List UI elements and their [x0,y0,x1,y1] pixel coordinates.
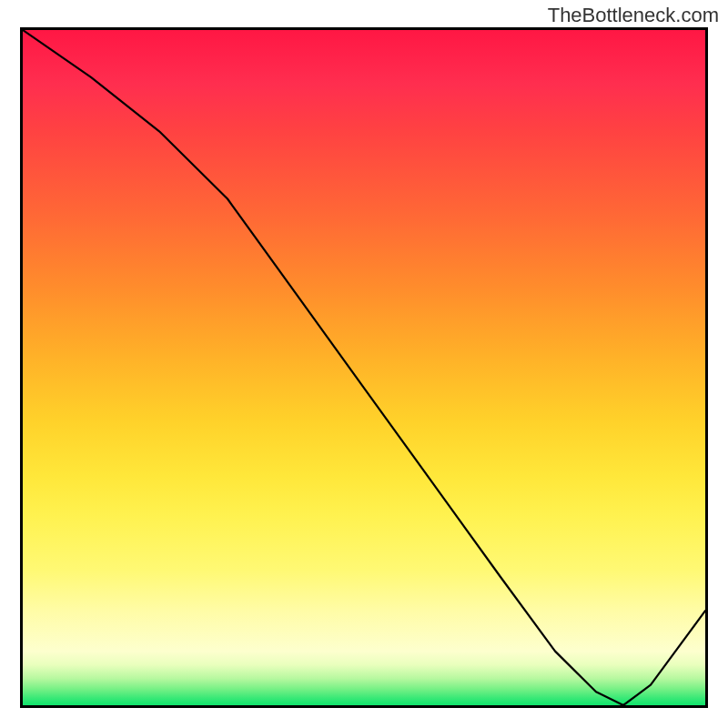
curve-svg [23,30,705,705]
bottleneck-curve [23,30,705,705]
chart-container: TheBottleneck.com [0,0,728,728]
plot-area [20,27,708,708]
attribution-text: TheBottleneck.com [548,4,719,27]
